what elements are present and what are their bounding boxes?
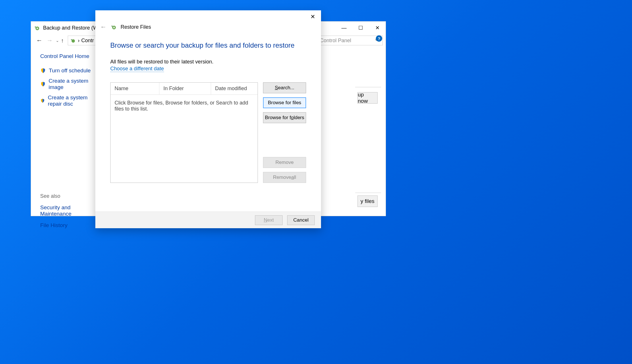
nav-forward-icon[interactable]: → — [45, 36, 54, 45]
sidebar-task-label: Turn off schedule — [49, 67, 91, 74]
sidebar-task-create-system-image[interactable]: Create a system image — [40, 78, 103, 90]
breadcrumb-chevron-icon: › — [78, 38, 80, 44]
backup-restore-icon — [34, 24, 41, 31]
backup-now-button[interactable]: up now — [357, 92, 378, 104]
column-name[interactable]: Name — [111, 83, 159, 94]
side-button-column: Search... Browse for files Browse for fo… — [263, 82, 306, 183]
dialog-back-icon[interactable]: ← — [99, 23, 107, 31]
help-icon[interactable]: ? — [376, 35, 382, 42]
backup-now-label: up now — [358, 92, 374, 104]
control-panel-home-link[interactable]: Control Panel Home — [40, 53, 103, 59]
sidebar: Control Panel Home Turn off schedule Cre… — [31, 47, 103, 216]
sidebar-task-label: Create a system repair disc — [48, 94, 103, 107]
address-icon — [70, 38, 76, 43]
restore-my-files-button[interactable]: y files — [357, 195, 378, 207]
breadcrumb-text: Contr — [81, 38, 94, 44]
column-in-folder[interactable]: In Folder — [159, 83, 211, 94]
remove-all-button: Remove all — [263, 172, 306, 183]
restore-files-dialog: ✕ ← Restore Files Browse or search your … — [95, 10, 321, 228]
see-also-heading: See also — [40, 193, 103, 199]
file-list-empty-message: Click Browse for files, Browse for folde… — [111, 95, 258, 117]
maximize-button[interactable]: ☐ — [352, 22, 369, 34]
search-placeholder: Control Panel — [320, 38, 351, 44]
search-button[interactable]: Search... — [263, 82, 306, 93]
dialog-body: Browse or search your backup for files a… — [95, 33, 321, 212]
sidebar-task-label: Create a system image — [49, 78, 103, 90]
cancel-button[interactable]: Cancel — [287, 215, 315, 225]
my-files-label: y files — [360, 198, 374, 204]
search-input[interactable]: Control Panel — [317, 36, 383, 45]
browse-for-folders-button[interactable]: Browse for folders — [263, 112, 306, 123]
minimize-button[interactable]: — — [336, 22, 352, 34]
dialog-footer: Next Cancel — [95, 212, 321, 228]
search-button-rest: earch... — [278, 85, 294, 90]
see-also-security[interactable]: Security and Maintenance — [40, 204, 103, 217]
nav-history-chevron-icon[interactable]: ⌄ — [56, 38, 59, 43]
svg-rect-6 — [113, 27, 115, 28]
dialog-subtext: All files will be restored to their late… — [110, 58, 306, 66]
nav-up-icon[interactable]: ↑ — [61, 37, 64, 44]
close-button[interactable]: ✕ — [369, 22, 386, 34]
dialog-heading: Browse or search your backup for files a… — [110, 41, 306, 49]
svg-point-2 — [71, 39, 75, 43]
shield-icon — [40, 81, 46, 87]
column-date-modified[interactable]: Date modified — [211, 83, 258, 94]
restore-files-icon — [111, 24, 117, 30]
divider — [355, 87, 381, 87]
divider — [355, 193, 381, 193]
remove-button: Remove — [263, 157, 306, 168]
shield-icon — [40, 98, 45, 104]
shield-icon — [40, 68, 46, 73]
see-also-file-history[interactable]: File History — [40, 222, 103, 229]
dialog-header: ← Restore Files — [95, 21, 321, 33]
sidebar-task-turn-off-schedule[interactable]: Turn off schedule — [40, 67, 103, 74]
file-list-header: Name In Folder Date modified — [111, 83, 258, 95]
nav-back-icon[interactable]: ← — [35, 36, 44, 45]
dialog-title: Restore Files — [121, 24, 151, 30]
next-button: Next — [255, 215, 283, 225]
file-list: Name In Folder Date modified Click Brows… — [110, 82, 258, 183]
dialog-close-button[interactable]: ✕ — [306, 11, 320, 22]
sidebar-task-create-repair-disc[interactable]: Create a system repair disc — [40, 94, 103, 107]
browse-for-files-button[interactable]: Browse for files — [263, 97, 306, 108]
svg-rect-1 — [36, 28, 38, 29]
choose-different-date-link[interactable]: Choose a different date — [110, 66, 164, 72]
